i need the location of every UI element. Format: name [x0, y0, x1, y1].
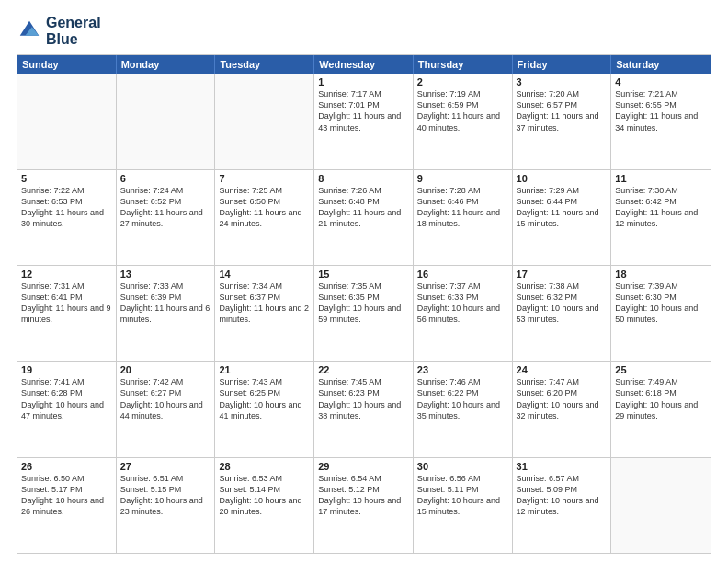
day-info: Sunrise: 7:45 AM Sunset: 6:23 PM Dayligh… [318, 376, 409, 421]
day-cell-10: 10Sunrise: 7:29 AM Sunset: 6:44 PM Dayli… [513, 170, 612, 265]
logo: General Blue [17, 15, 101, 47]
day-number: 26 [21, 461, 112, 472]
day-number: 25 [615, 364, 707, 375]
day-cell-18: 18Sunrise: 7:39 AM Sunset: 6:30 PM Dayli… [611, 266, 711, 361]
empty-cell [215, 74, 314, 168]
day-number: 3 [517, 76, 608, 87]
day-info: Sunrise: 7:21 AM Sunset: 6:55 PM Dayligh… [615, 88, 707, 133]
day-info: Sunrise: 7:38 AM Sunset: 6:32 PM Dayligh… [517, 281, 608, 326]
day-number: 27 [120, 461, 211, 472]
day-cell-26: 26Sunrise: 6:50 AM Sunset: 5:17 PM Dayli… [17, 458, 117, 553]
day-number: 5 [21, 173, 112, 184]
day-info: Sunrise: 7:24 AM Sunset: 6:52 PM Dayligh… [120, 185, 211, 230]
day-cell-20: 20Sunrise: 7:42 AM Sunset: 6:27 PM Dayli… [117, 362, 216, 456]
empty-cell [611, 458, 711, 553]
day-number: 11 [615, 173, 707, 184]
day-cell-12: 12Sunrise: 7:31 AM Sunset: 6:41 PM Dayli… [17, 266, 117, 361]
day-info: Sunrise: 6:53 AM Sunset: 5:14 PM Dayligh… [219, 473, 310, 518]
day-info: Sunrise: 7:37 AM Sunset: 6:33 PM Dayligh… [417, 281, 508, 326]
day-number: 4 [615, 76, 707, 87]
day-info: Sunrise: 7:29 AM Sunset: 6:44 PM Dayligh… [517, 185, 608, 230]
day-number: 16 [417, 269, 508, 280]
day-cell-14: 14Sunrise: 7:34 AM Sunset: 6:37 PM Dayli… [215, 266, 314, 361]
calendar-row-5: 26Sunrise: 6:50 AM Sunset: 5:17 PM Dayli… [17, 457, 711, 553]
day-cell-28: 28Sunrise: 6:53 AM Sunset: 5:14 PM Dayli… [215, 458, 314, 553]
calendar-row-4: 19Sunrise: 7:41 AM Sunset: 6:28 PM Dayli… [17, 361, 711, 456]
day-number: 23 [417, 364, 508, 375]
day-info: Sunrise: 7:41 AM Sunset: 6:28 PM Dayligh… [21, 376, 112, 421]
day-cell-22: 22Sunrise: 7:45 AM Sunset: 6:23 PM Dayli… [314, 362, 414, 456]
day-header-tuesday: Tuesday [215, 55, 314, 74]
day-info: Sunrise: 6:54 AM Sunset: 5:12 PM Dayligh… [318, 473, 409, 518]
day-info: Sunrise: 7:20 AM Sunset: 6:57 PM Dayligh… [517, 88, 608, 133]
day-cell-5: 5Sunrise: 7:22 AM Sunset: 6:53 PM Daylig… [17, 170, 117, 265]
day-cell-13: 13Sunrise: 7:33 AM Sunset: 6:39 PM Dayli… [117, 266, 216, 361]
logo-text: General Blue [46, 15, 101, 47]
day-number: 12 [21, 269, 112, 280]
day-cell-9: 9Sunrise: 7:28 AM Sunset: 6:46 PM Daylig… [414, 170, 513, 265]
day-number: 10 [517, 173, 608, 184]
day-header-monday: Monday [117, 55, 216, 74]
day-cell-3: 3Sunrise: 7:20 AM Sunset: 6:57 PM Daylig… [513, 74, 612, 168]
day-number: 7 [219, 173, 310, 184]
calendar-row-1: 1Sunrise: 7:17 AM Sunset: 7:01 PM Daylig… [17, 74, 711, 168]
day-number: 17 [517, 269, 608, 280]
day-number: 20 [120, 364, 211, 375]
day-info: Sunrise: 7:43 AM Sunset: 6:25 PM Dayligh… [219, 376, 310, 421]
day-info: Sunrise: 7:31 AM Sunset: 6:41 PM Dayligh… [21, 281, 112, 326]
calendar-header: SundayMondayTuesdayWednesdayThursdayFrid… [17, 55, 711, 74]
day-info: Sunrise: 7:26 AM Sunset: 6:48 PM Dayligh… [318, 185, 409, 230]
day-header-sunday: Sunday [17, 55, 117, 74]
day-number: 24 [517, 364, 608, 375]
day-cell-7: 7Sunrise: 7:25 AM Sunset: 6:50 PM Daylig… [215, 170, 314, 265]
day-info: Sunrise: 7:19 AM Sunset: 6:59 PM Dayligh… [417, 88, 508, 133]
day-cell-31: 31Sunrise: 6:57 AM Sunset: 5:09 PM Dayli… [513, 458, 612, 553]
day-cell-30: 30Sunrise: 6:56 AM Sunset: 5:11 PM Dayli… [414, 458, 513, 553]
day-info: Sunrise: 7:39 AM Sunset: 6:30 PM Dayligh… [615, 281, 707, 326]
day-header-friday: Friday [513, 55, 612, 74]
day-number: 29 [318, 461, 409, 472]
calendar: SundayMondayTuesdayWednesdayThursdayFrid… [17, 54, 711, 554]
calendar-row-3: 12Sunrise: 7:31 AM Sunset: 6:41 PM Dayli… [17, 265, 711, 361]
calendar-body: 1Sunrise: 7:17 AM Sunset: 7:01 PM Daylig… [17, 74, 711, 553]
day-info: Sunrise: 7:35 AM Sunset: 6:35 PM Dayligh… [318, 281, 409, 326]
day-info: Sunrise: 7:49 AM Sunset: 6:18 PM Dayligh… [615, 376, 707, 421]
day-number: 6 [120, 173, 211, 184]
day-cell-21: 21Sunrise: 7:43 AM Sunset: 6:25 PM Dayli… [215, 362, 314, 456]
day-number: 22 [318, 364, 409, 375]
day-info: Sunrise: 6:51 AM Sunset: 5:15 PM Dayligh… [120, 473, 211, 518]
day-cell-19: 19Sunrise: 7:41 AM Sunset: 6:28 PM Dayli… [17, 362, 117, 456]
day-info: Sunrise: 7:47 AM Sunset: 6:20 PM Dayligh… [517, 376, 608, 421]
day-number: 28 [219, 461, 310, 472]
day-number: 14 [219, 269, 310, 280]
day-info: Sunrise: 7:28 AM Sunset: 6:46 PM Dayligh… [417, 185, 508, 230]
day-header-saturday: Saturday [611, 55, 711, 74]
day-info: Sunrise: 7:25 AM Sunset: 6:50 PM Dayligh… [219, 185, 310, 230]
day-info: Sunrise: 7:22 AM Sunset: 6:53 PM Dayligh… [21, 185, 112, 230]
day-header-thursday: Thursday [414, 55, 513, 74]
day-number: 8 [318, 173, 409, 184]
day-cell-6: 6Sunrise: 7:24 AM Sunset: 6:52 PM Daylig… [117, 170, 216, 265]
day-cell-17: 17Sunrise: 7:38 AM Sunset: 6:32 PM Dayli… [513, 266, 612, 361]
day-number: 30 [417, 461, 508, 472]
day-info: Sunrise: 7:30 AM Sunset: 6:42 PM Dayligh… [615, 185, 707, 230]
day-number: 2 [417, 76, 508, 87]
day-cell-16: 16Sunrise: 7:37 AM Sunset: 6:33 PM Dayli… [414, 266, 513, 361]
day-number: 19 [21, 364, 112, 375]
day-info: Sunrise: 6:56 AM Sunset: 5:11 PM Dayligh… [417, 473, 508, 518]
day-number: 31 [517, 461, 608, 472]
day-cell-11: 11Sunrise: 7:30 AM Sunset: 6:42 PM Dayli… [611, 170, 711, 265]
day-info: Sunrise: 6:57 AM Sunset: 5:09 PM Dayligh… [517, 473, 608, 518]
day-info: Sunrise: 7:42 AM Sunset: 6:27 PM Dayligh… [120, 376, 211, 421]
day-number: 1 [318, 76, 409, 87]
day-info: Sunrise: 7:34 AM Sunset: 6:37 PM Dayligh… [219, 281, 310, 326]
day-info: Sunrise: 6:50 AM Sunset: 5:17 PM Dayligh… [21, 473, 112, 518]
day-header-wednesday: Wednesday [314, 55, 414, 74]
day-number: 18 [615, 269, 707, 280]
day-info: Sunrise: 7:33 AM Sunset: 6:39 PM Dayligh… [120, 281, 211, 326]
day-number: 13 [120, 269, 211, 280]
empty-cell [17, 74, 117, 168]
header: General Blue [17, 15, 711, 47]
day-info: Sunrise: 7:46 AM Sunset: 6:22 PM Dayligh… [417, 376, 508, 421]
calendar-row-2: 5Sunrise: 7:22 AM Sunset: 6:53 PM Daylig… [17, 169, 711, 265]
